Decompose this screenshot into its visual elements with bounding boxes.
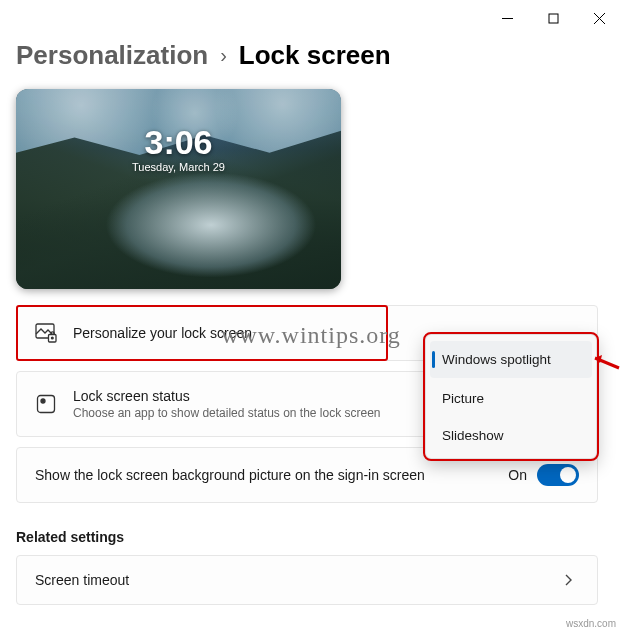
dropdown-option-slideshow[interactable]: Slideshow	[426, 417, 596, 454]
signin-bg-title: Show the lock screen background picture …	[35, 467, 492, 483]
maximize-button[interactable]	[530, 0, 576, 36]
source-mark: wsxdn.com	[566, 618, 616, 629]
personalize-title: Personalize your lock screen	[73, 325, 369, 341]
picture-lock-icon	[35, 322, 57, 344]
screen-timeout-title: Screen timeout	[35, 572, 541, 588]
toggle-state-label: On	[508, 467, 527, 483]
chevron-right-icon	[557, 574, 579, 586]
preview-clock: 3:06 Tuesday, March 29	[132, 125, 225, 173]
related-settings-heading: Related settings	[16, 529, 598, 545]
personalize-row[interactable]: Personalize your lock screen	[17, 306, 387, 360]
background-type-dropdown[interactable]: Windows spotlight Picture Slideshow	[425, 334, 597, 459]
breadcrumb-parent[interactable]: Personalization	[16, 40, 208, 71]
annotation-arrow-icon	[592, 353, 620, 375]
screen-timeout-card[interactable]: Screen timeout	[16, 555, 598, 605]
minimize-button[interactable]	[484, 0, 530, 36]
svg-point-6	[51, 337, 53, 339]
breadcrumb: Personalization › Lock screen	[16, 40, 598, 71]
preview-date: Tuesday, March 29	[132, 161, 225, 173]
dropdown-option-picture[interactable]: Picture	[426, 380, 596, 417]
signin-bg-toggle[interactable]	[537, 464, 579, 486]
preview-time: 3:06	[132, 125, 225, 159]
svg-point-8	[41, 399, 45, 403]
status-app-icon	[35, 393, 57, 415]
svg-rect-7	[38, 396, 55, 413]
close-button[interactable]	[576, 0, 622, 36]
dropdown-option-spotlight[interactable]: Windows spotlight	[430, 341, 592, 378]
svg-rect-1	[549, 14, 558, 23]
page-title: Lock screen	[239, 40, 391, 71]
lock-screen-preview: 3:06 Tuesday, March 29	[16, 89, 341, 289]
window-titlebar	[0, 0, 622, 36]
chevron-right-icon: ›	[220, 44, 227, 67]
